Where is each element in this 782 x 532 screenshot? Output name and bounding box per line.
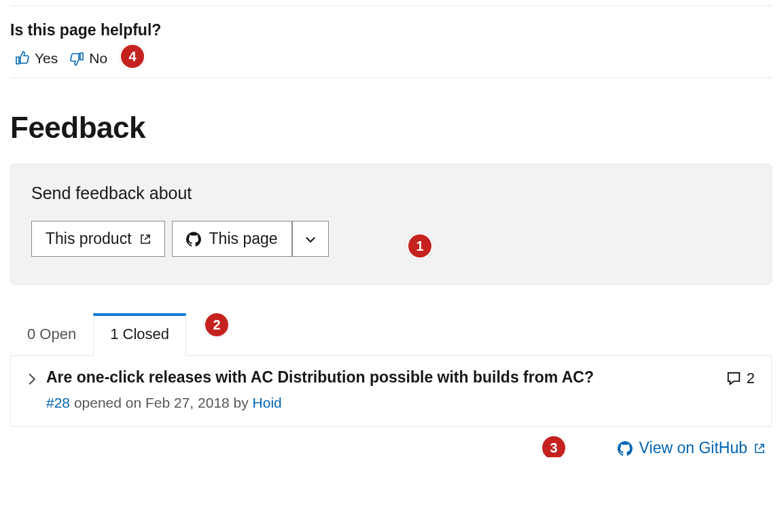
chevron-right-icon bbox=[27, 372, 37, 386]
helpful-heading: Is this page helpful? bbox=[10, 21, 772, 39]
issue-title: Are one-click releases with AC Distribut… bbox=[46, 368, 717, 387]
issue-tabs: 0 Open 1 Closed 2 bbox=[10, 313, 772, 356]
issue-meta: #28 opened on Feb 27, 2018 by Hoid bbox=[46, 395, 717, 411]
top-divider bbox=[10, 5, 772, 6]
tab-open[interactable]: 0 Open bbox=[10, 315, 93, 356]
yes-label: Yes bbox=[35, 50, 58, 67]
issue-number[interactable]: #28 bbox=[46, 395, 70, 410]
feedback-heading: Feedback bbox=[10, 111, 772, 145]
no-label: No bbox=[89, 50, 107, 67]
tab-closed[interactable]: 1 Closed bbox=[93, 313, 186, 356]
comments-number: 2 bbox=[747, 370, 755, 387]
this-product-label: This product bbox=[46, 230, 132, 248]
this-page-dropdown-button[interactable] bbox=[292, 221, 329, 257]
this-page-split-button: This page bbox=[172, 221, 329, 257]
github-icon bbox=[186, 232, 201, 247]
feedback-card: Send feedback about This product This pa… bbox=[10, 164, 772, 285]
external-link-icon bbox=[754, 443, 765, 454]
comments-count: 2 bbox=[726, 370, 755, 387]
yes-button[interactable]: Yes bbox=[10, 49, 62, 68]
issue-meta-text: opened on Feb 27, 2018 by bbox=[70, 395, 253, 410]
no-button[interactable]: No bbox=[65, 49, 111, 68]
this-page-button[interactable]: This page bbox=[172, 221, 292, 257]
issue-body: Are one-click releases with AC Distribut… bbox=[46, 368, 717, 411]
footer-row: 3 View on GitHub bbox=[10, 439, 772, 457]
issues-list: Are one-click releases with AC Distribut… bbox=[10, 355, 772, 427]
view-on-github-label: View on GitHub bbox=[639, 439, 747, 457]
thumbs-down-icon bbox=[69, 50, 85, 67]
helpful-row: Yes No 4 bbox=[10, 49, 772, 78]
feedback-buttons-row: This product This page 1 bbox=[31, 221, 751, 257]
marker-3: 3 bbox=[541, 435, 567, 457]
github-icon bbox=[618, 441, 633, 456]
this-product-button[interactable]: This product bbox=[31, 221, 165, 257]
thumbs-up-icon bbox=[14, 50, 31, 67]
send-feedback-label: Send feedback about bbox=[31, 183, 751, 203]
issue-row[interactable]: Are one-click releases with AC Distribut… bbox=[11, 356, 771, 426]
issue-author[interactable]: Hoid bbox=[253, 395, 282, 410]
marker-1: 1 bbox=[407, 233, 433, 259]
external-link-icon bbox=[140, 234, 151, 245]
this-page-label: This page bbox=[209, 230, 278, 248]
marker-2: 2 bbox=[204, 312, 230, 338]
comment-icon bbox=[726, 371, 741, 386]
chevron-down-icon bbox=[304, 232, 317, 246]
view-on-github-link[interactable]: View on GitHub bbox=[618, 439, 765, 457]
marker-4: 4 bbox=[120, 43, 145, 69]
